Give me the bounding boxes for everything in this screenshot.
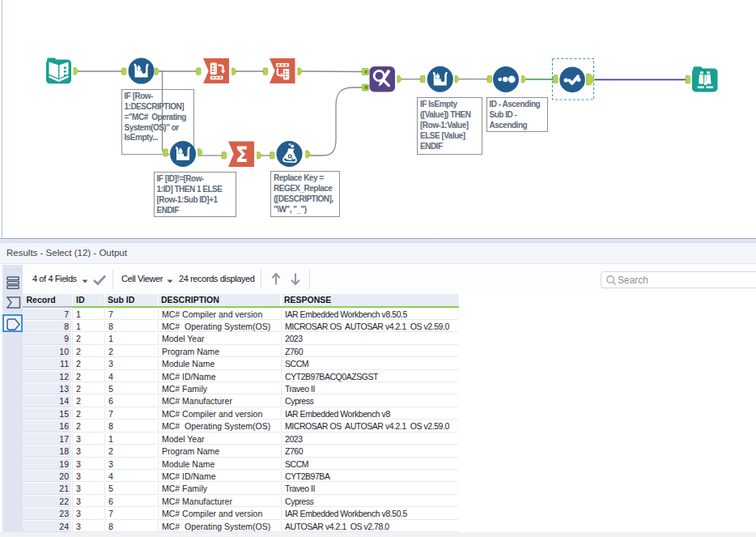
svg-text:F: F	[365, 70, 368, 75]
